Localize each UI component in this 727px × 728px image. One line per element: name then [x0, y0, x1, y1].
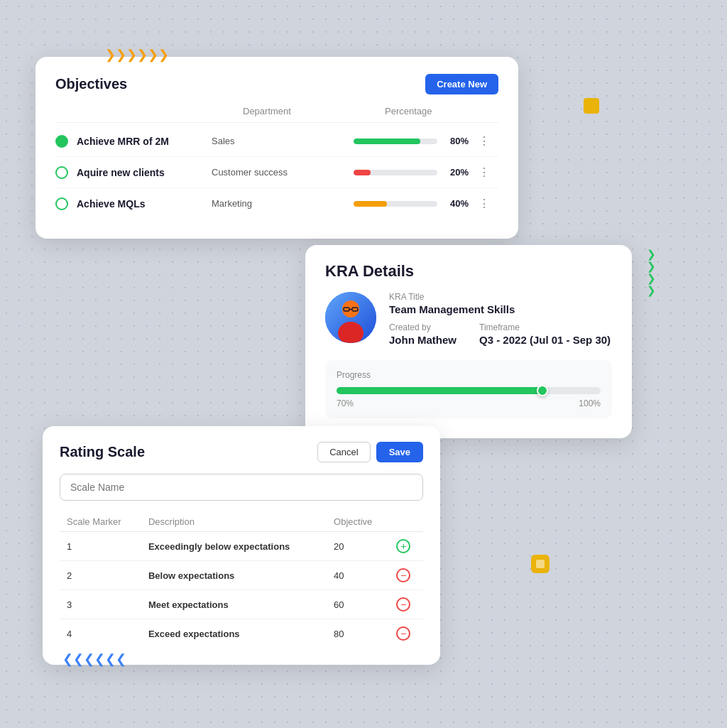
rating-card: Rating Scale Cancel Save Scale Marker De… — [43, 426, 440, 665]
col-description: Description — [141, 512, 327, 532]
progress-bar-bg — [354, 170, 437, 175]
objectives-table-header: Department Percentage — [55, 106, 498, 123]
timeline-dot — [55, 166, 68, 179]
kra-progress-labels: 70% 100% — [337, 398, 601, 408]
rating-actions: Cancel Save — [317, 442, 423, 462]
arrow-icon: ❯ — [647, 249, 656, 259]
timeline-dot — [55, 197, 68, 210]
marker-cell: 1 — [60, 532, 141, 561]
obj-name-text: Achieve MQLs — [77, 198, 145, 210]
objective-cell: 40 — [327, 561, 389, 590]
progress-start: 70% — [337, 398, 354, 408]
obj-name: Achieve MQLs — [55, 197, 212, 210]
arrow-icon: ❯❯❯❯❯❯ — [105, 48, 169, 61]
table-row: 1 Exceedingly below expectations 20 + — [60, 532, 423, 561]
kra-title-value: Team Management Skills — [389, 303, 612, 315]
kra-progress-dot — [537, 385, 548, 396]
progress-bar-fill — [354, 138, 420, 144]
progress-bar-bg — [354, 138, 437, 144]
rating-table: Scale Marker Description Objective 1 Exc… — [60, 512, 423, 648]
action-cell: + — [389, 532, 423, 561]
timeframe-label: Timeframe — [479, 322, 611, 332]
created-by-label: Created by — [389, 322, 457, 332]
kra-timeframe: Timeframe Q3 - 2022 (Jul 01 - Sep 30) — [479, 322, 611, 346]
avatar — [325, 292, 376, 343]
progress-end: 100% — [579, 398, 601, 408]
cancel-button[interactable]: Cancel — [317, 442, 370, 462]
kra-progress-bar — [337, 387, 601, 394]
kra-card: KRA Details — [305, 245, 632, 438]
remove-icon[interactable]: − — [396, 597, 410, 612]
deco-yellow-box2 — [531, 555, 550, 573]
deco-arrows-right: ❯ ❯ ❯ ❯ — [647, 249, 656, 295]
action-cell: − — [389, 561, 423, 590]
col-marker: Scale Marker — [60, 512, 141, 532]
action-cell: − — [389, 619, 423, 648]
objectives-card: Objectives Create New Department Percent… — [35, 57, 518, 239]
progress-section: Progress 70% 100% — [325, 360, 612, 418]
col-action — [389, 512, 423, 532]
objective-cell: 20 — [327, 532, 389, 561]
progress-label: Progress — [337, 370, 601, 380]
progress-bar-fill — [354, 201, 387, 207]
timeline-dot — [55, 135, 68, 148]
timeframe-value: Q3 - 2022 (Jul 01 - Sep 30) — [479, 334, 611, 346]
obj-name-text: Achieve MRR of 2M — [77, 136, 169, 147]
created-by-value: John Mathew — [389, 334, 457, 346]
description-cell: Meet expectations — [141, 590, 327, 619]
rating-title: Rating Scale — [60, 444, 145, 460]
scale-name-input[interactable] — [60, 474, 423, 501]
arrow-icon: ❯ — [647, 273, 656, 283]
add-icon[interactable]: + — [396, 539, 410, 553]
progress-bar-bg — [354, 201, 437, 207]
arrow-icon: ❯ — [647, 285, 656, 295]
table-row: Achieve MRR of 2M Sales 80% ⋮ — [55, 126, 498, 157]
objective-cell: 80 — [327, 619, 389, 648]
kra-top: KRA Title Team Management Skills Created… — [325, 292, 612, 346]
marker-cell: 3 — [60, 590, 141, 619]
kra-progress-fill — [337, 387, 542, 394]
progress-pct: 80% — [444, 136, 469, 146]
more-options-button[interactable]: ⋮ — [476, 195, 493, 212]
create-new-button[interactable]: Create New — [425, 74, 498, 94]
obj-department: Customer success — [212, 167, 354, 178]
remove-icon[interactable]: − — [396, 568, 410, 582]
table-row: 2 Below expectations 40 − — [60, 561, 423, 590]
table-row: 3 Meet expectations 60 − — [60, 590, 423, 619]
marker-cell: 2 — [60, 561, 141, 590]
description-cell: Exceed expectations — [141, 619, 327, 648]
objective-cell: 60 — [327, 590, 389, 619]
col-department: Department — [243, 106, 385, 116]
rating-header: Rating Scale Cancel Save — [60, 442, 423, 462]
marker-cell: 4 — [60, 619, 141, 648]
obj-progress-cell: 20% ⋮ — [354, 164, 493, 180]
progress-bar-fill — [354, 170, 371, 175]
description-cell: Below expectations — [141, 561, 327, 590]
deco-arrows-bottom: ❮❮❮❮❮❮ — [62, 653, 126, 665]
save-button[interactable]: Save — [376, 442, 423, 462]
table-row: 4 Exceed expectations 80 − — [60, 619, 423, 648]
more-options-button[interactable]: ⋮ — [476, 133, 493, 149]
progress-pct: 20% — [444, 167, 469, 178]
description-cell: Exceedingly below expectations — [141, 532, 327, 561]
col-objective: Objective — [327, 512, 389, 532]
col-spacer — [87, 106, 243, 116]
obj-department: Marketing — [212, 198, 354, 209]
kra-created-by: Created by John Mathew — [389, 322, 457, 346]
more-options-button[interactable]: ⋮ — [476, 164, 493, 180]
kra-title: KRA Details — [325, 262, 612, 281]
remove-icon[interactable]: − — [396, 626, 410, 641]
obj-department: Sales — [212, 136, 354, 146]
arrow-icon: ❯ — [647, 261, 656, 271]
table-row: Achieve MQLs Marketing 40% ⋮ — [55, 188, 498, 219]
action-cell: − — [389, 590, 423, 619]
kra-meta-row: Created by John Mathew Timeframe Q3 - 20… — [389, 322, 612, 346]
progress-pct: 40% — [444, 198, 469, 209]
arrow-icon: ❮❮❮❮❮❮ — [62, 653, 126, 665]
obj-progress-cell: 40% ⋮ — [354, 195, 493, 212]
objectives-rows: Achieve MRR of 2M Sales 80% ⋮ Aquire new… — [55, 126, 498, 219]
obj-name: Aquire new clients — [55, 166, 212, 179]
deco-yellow-box — [584, 98, 599, 114]
kra-info: KRA Title Team Management Skills Created… — [389, 292, 612, 346]
kra-title-label: KRA Title — [389, 292, 612, 302]
